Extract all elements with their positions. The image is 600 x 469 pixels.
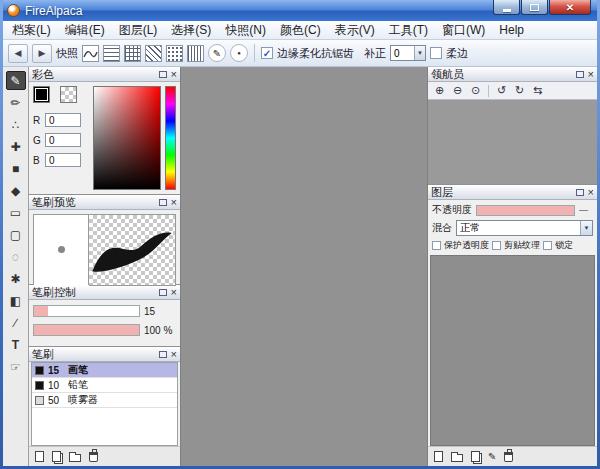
select-rect-tool[interactable]: ▭: [6, 203, 26, 222]
brush-list-item[interactable]: 50 喷雾器: [32, 393, 177, 408]
layers-panel: 图层 × 不透明度 — 混合 正常 ▼: [428, 185, 597, 466]
close-panel-icon[interactable]: ×: [171, 69, 177, 79]
magic-wand-tool[interactable]: ✱: [6, 269, 26, 288]
float-panel-icon[interactable]: [159, 289, 167, 296]
lock-checkbox[interactable]: [543, 241, 552, 250]
move-tool[interactable]: ✚: [6, 137, 26, 156]
float-panel-icon[interactable]: [159, 71, 167, 78]
navigator-title: 领航员: [431, 67, 576, 81]
redo-button[interactable]: ▶: [32, 44, 52, 63]
brush-list-item[interactable]: 10 铅笔: [32, 378, 177, 393]
menu-help[interactable]: Help: [492, 21, 531, 39]
menu-window[interactable]: 窗口(W): [435, 21, 492, 39]
brush-style-slot-4[interactable]: [145, 45, 162, 62]
smudge-tool[interactable]: ∴: [6, 115, 26, 134]
slider-fill: [34, 325, 139, 335]
blend-mode-dropdown[interactable]: 正常 ▼: [456, 220, 593, 236]
brush-style-slot-6[interactable]: [187, 45, 204, 62]
eyedropper-tool[interactable]: ∕: [6, 313, 26, 332]
close-panel-icon[interactable]: ×: [171, 287, 177, 297]
menu-tools[interactable]: 工具(T): [382, 21, 435, 39]
menu-file[interactable]: 档案(L): [5, 21, 58, 39]
clipping-checkbox[interactable]: [492, 241, 501, 250]
duplicate-layer-icon[interactable]: [471, 451, 480, 462]
hue-slider[interactable]: [165, 86, 176, 190]
menu-layer[interactable]: 图层(L): [112, 21, 165, 39]
red-channel-input[interactable]: 0: [45, 113, 81, 127]
brush-style-slot-1[interactable]: [82, 45, 99, 62]
soft-edge-checkbox[interactable]: [430, 47, 442, 59]
color-panel: 彩色 × R 0: [29, 67, 180, 195]
navigator-panel: 领航员 × ⊕ ⊖ ⊙ ↺ ↻ ⇆: [428, 67, 597, 185]
antialias-checkbox[interactable]: ✓: [261, 47, 273, 59]
protect-alpha-checkbox[interactable]: [432, 241, 441, 250]
maximize-button[interactable]: [521, 0, 548, 15]
red-channel-label: R: [33, 115, 45, 126]
menu-select[interactable]: 选择(S): [164, 21, 218, 39]
toolbar-separator: [254, 44, 255, 62]
delete-brush-icon[interactable]: [89, 452, 98, 462]
brush-opacity-slider[interactable]: [33, 324, 140, 336]
brush-style-slot-2[interactable]: [103, 45, 120, 62]
snapshot-label: 快照: [56, 46, 78, 61]
hand-tool[interactable]: ☞: [6, 357, 26, 376]
green-channel-input[interactable]: 0: [45, 133, 81, 147]
pen-tip-button[interactable]: ✎: [208, 44, 226, 62]
chevron-down-icon: ▼: [580, 221, 592, 235]
brush-size-slider[interactable]: [33, 305, 140, 317]
brush-style-slot-5[interactable]: [166, 45, 183, 62]
delete-layer-icon[interactable]: [504, 452, 513, 462]
eraser-tool[interactable]: ✏: [6, 93, 26, 112]
float-panel-icon[interactable]: [159, 351, 167, 358]
close-panel-icon[interactable]: ×: [171, 349, 177, 359]
zoom-in-icon[interactable]: ⊕: [432, 83, 447, 98]
minimize-button[interactable]: [493, 0, 520, 15]
bucket-tool[interactable]: ◧: [6, 291, 26, 310]
menu-view[interactable]: 表示(V): [328, 21, 382, 39]
zoom-out-icon[interactable]: ⊖: [450, 83, 465, 98]
add-layer-folder-icon[interactable]: [451, 454, 463, 462]
blue-channel-input[interactable]: 0: [45, 153, 81, 167]
dot-tip-button[interactable]: ●: [230, 44, 248, 62]
saturation-value-picker[interactable]: [93, 86, 161, 190]
correction-dropdown[interactable]: 0 ▼: [390, 45, 426, 61]
text-tool[interactable]: T: [6, 335, 26, 354]
add-brush-icon[interactable]: [35, 451, 44, 462]
brush-style-slot-3[interactable]: [124, 45, 141, 62]
close-panel-icon[interactable]: ×: [171, 197, 177, 207]
duplicate-brush-icon[interactable]: [52, 451, 61, 462]
layer-list[interactable]: [430, 255, 595, 446]
eyedropper-icon: ∕: [14, 316, 16, 330]
float-panel-icon[interactable]: [159, 199, 167, 206]
flip-icon[interactable]: ⇆: [530, 83, 545, 98]
zoom-reset-icon[interactable]: ⊙: [468, 83, 483, 98]
rotate-left-icon[interactable]: ↺: [494, 83, 509, 98]
menu-snapshot[interactable]: 快照(N): [218, 21, 273, 39]
close-button[interactable]: ✕: [549, 0, 591, 15]
brush-list-item[interactable]: 15 画笔: [32, 363, 177, 378]
float-panel-icon[interactable]: [576, 189, 584, 196]
menu-edit[interactable]: 编辑(E): [58, 21, 112, 39]
float-panel-icon[interactable]: [576, 71, 584, 78]
add-layer-icon[interactable]: [434, 451, 443, 462]
fill-tool[interactable]: ■: [6, 159, 26, 178]
navigator-preview[interactable]: [428, 100, 597, 184]
undo-button[interactable]: ◀: [8, 44, 28, 63]
close-panel-icon[interactable]: ×: [588, 69, 594, 79]
select-poly-tool[interactable]: ▢: [6, 225, 26, 244]
brush-tip-preview: [33, 214, 89, 286]
layer-opacity-slider[interactable]: [476, 205, 575, 216]
rotate-right-icon[interactable]: ↻: [512, 83, 527, 98]
brush-folder-icon[interactable]: [69, 454, 81, 462]
brush-opacity-value: 100 %: [144, 325, 176, 336]
gradient-tool[interactable]: ◆: [6, 181, 26, 200]
brush-tool[interactable]: ✎: [6, 71, 26, 90]
brush-item-size: 15: [48, 365, 64, 376]
lasso-tool[interactable]: ◌: [6, 247, 26, 266]
transparent-color-swatch[interactable]: [60, 86, 77, 103]
foreground-color-swatch[interactable]: [33, 86, 50, 103]
menu-color[interactable]: 颜色(C): [273, 21, 328, 39]
rename-layer-icon[interactable]: ✎: [488, 452, 496, 462]
canvas-area[interactable]: [181, 67, 427, 466]
close-panel-icon[interactable]: ×: [588, 187, 594, 197]
